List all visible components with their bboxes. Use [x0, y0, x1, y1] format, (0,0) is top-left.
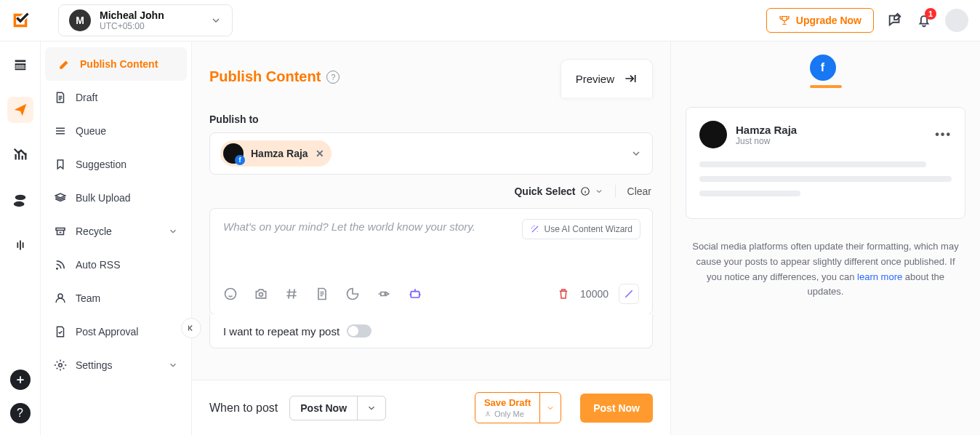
quick-select-label: Quick Select — [514, 185, 575, 197]
more-icon[interactable]: ••• — [935, 128, 952, 141]
arrow-right-bar-icon — [623, 71, 638, 86]
magic-icon[interactable] — [619, 284, 639, 304]
pencil-icon — [58, 57, 71, 71]
rail-publish[interactable] — [7, 97, 33, 123]
quick-select[interactable]: Quick Select — [514, 185, 603, 197]
ai-wizard-button[interactable]: Use AI Content Wizard — [522, 219, 640, 239]
menu-post-approval[interactable]: Post Approval — [41, 315, 191, 348]
menu-label: Auto RSS — [76, 259, 120, 271]
svg-point-3 — [260, 292, 263, 296]
rail-engage[interactable] — [7, 187, 33, 213]
preview-tab[interactable]: Preview — [561, 59, 653, 97]
pie-icon[interactable] — [345, 287, 360, 301]
chevron-down-icon — [595, 187, 603, 196]
account-selector[interactable]: f Hamza Raja ✕ — [209, 132, 653, 175]
chevron-down-icon — [210, 15, 222, 26]
menu-bulk-upload[interactable]: Bulk Upload — [41, 181, 191, 215]
trophy-icon — [779, 15, 790, 26]
save-draft-dropdown[interactable] — [539, 393, 561, 423]
chevron-down-icon — [358, 403, 385, 413]
divider — [615, 185, 616, 198]
profile-avatar[interactable] — [945, 9, 968, 32]
preview-avatar — [699, 121, 727, 148]
upgrade-button[interactable]: Upgrade Now — [766, 8, 874, 33]
upgrade-label: Upgrade Now — [796, 15, 861, 26]
info-icon — [580, 186, 590, 196]
user-icon — [54, 292, 67, 305]
repeat-toggle[interactable] — [347, 324, 371, 338]
menu-team[interactable]: Team — [41, 282, 191, 315]
rail-analytics[interactable] — [7, 142, 33, 168]
repeat-row: I want to repeat my post — [209, 314, 653, 348]
gear-icon — [54, 359, 67, 372]
learn-more-link[interactable]: learn more — [857, 271, 902, 282]
account-name: Hamza Raja — [251, 148, 308, 159]
trash-icon[interactable] — [557, 287, 570, 300]
menu-queue[interactable]: Queue — [41, 114, 191, 148]
user-switcher[interactable]: M Micheal John UTC+05:00 — [58, 4, 233, 36]
person-icon — [484, 410, 491, 418]
archive-icon — [54, 225, 67, 238]
chevron-down-icon — [630, 148, 642, 159]
menu-label: Queue — [76, 125, 106, 137]
compose-icon[interactable] — [887, 12, 903, 28]
wand-icon — [530, 224, 540, 234]
preview-time: Just now — [736, 136, 797, 146]
save-draft-label: Save Draft — [484, 397, 531, 408]
page-title: Publish Content — [209, 68, 321, 85]
schedule-select[interactable]: Post Now — [289, 396, 386, 420]
menu-draft[interactable]: Draft — [41, 81, 191, 114]
template-icon[interactable] — [315, 287, 329, 301]
publish-to-label: Publish to — [209, 113, 653, 125]
collapse-sidebar[interactable] — [181, 318, 201, 338]
menu-label: Suggestion — [76, 159, 126, 170]
menu-label: Settings — [76, 359, 113, 371]
hashtag-icon[interactable] — [284, 287, 299, 301]
notifications-icon[interactable]: 1 — [916, 12, 932, 28]
menu-label: Draft — [76, 92, 97, 103]
preview-label: Preview — [576, 73, 614, 85]
rail-calendar[interactable] — [7, 52, 33, 78]
when-to-post-label: When to post — [209, 402, 278, 415]
editor-panel: Publish Content ? Preview Publish to f H… — [192, 41, 671, 435]
help-icon[interactable]: ? — [326, 71, 340, 84]
menu-auto-rss[interactable]: Auto RSS — [41, 248, 191, 282]
account-avatar: f — [223, 143, 244, 164]
top-header: M Micheal John UTC+05:00 Upgrade Now 1 — [0, 0, 980, 41]
side-menu: Publish Content Draft Queue Suggestion B… — [41, 41, 192, 435]
camera-icon[interactable] — [254, 287, 268, 301]
notification-badge: 1 — [925, 8, 936, 20]
icon-rail: ? — [0, 41, 41, 435]
menu-suggestion[interactable]: Suggestion — [41, 148, 191, 181]
clear-button[interactable]: Clear — [627, 185, 651, 197]
list-icon — [54, 124, 67, 137]
char-count: 10000 — [580, 288, 609, 300]
emoji-icon[interactable] — [223, 287, 238, 301]
svg-point-0 — [59, 364, 63, 367]
post-now-button[interactable]: Post Now — [580, 394, 653, 423]
menu-recycle[interactable]: Recycle — [41, 215, 191, 248]
menu-label: Post Approval — [76, 326, 138, 338]
svg-point-5 — [487, 412, 489, 414]
rail-add[interactable] — [10, 370, 31, 390]
menu-publish-content[interactable]: Publish Content — [45, 47, 187, 81]
facebook-mini-icon: f — [235, 155, 245, 165]
account-chip: f Hamza Raja ✕ — [220, 140, 332, 167]
rail-help[interactable]: ? — [10, 403, 31, 423]
facebook-tab[interactable]: f — [810, 55, 836, 81]
chevron-down-icon — [168, 226, 178, 236]
preview-skeleton — [699, 161, 952, 196]
rail-listen[interactable] — [7, 232, 33, 258]
plug-icon[interactable] — [376, 287, 392, 301]
rss-icon — [54, 258, 67, 271]
user-timezone: UTC+05:00 — [100, 21, 164, 31]
bot-icon[interactable] — [408, 287, 422, 301]
file-icon — [54, 91, 67, 104]
disclaimer-text: Social media platforms often update thei… — [671, 232, 980, 307]
svg-point-2 — [225, 289, 236, 300]
save-draft-button[interactable]: Save Draft Only Me — [475, 392, 561, 423]
menu-settings[interactable]: Settings — [41, 348, 191, 382]
preview-card: Hamza Raja Just now ••• — [686, 107, 965, 219]
user-name: Micheal John — [100, 9, 164, 21]
remove-account-icon[interactable]: ✕ — [316, 148, 324, 159]
